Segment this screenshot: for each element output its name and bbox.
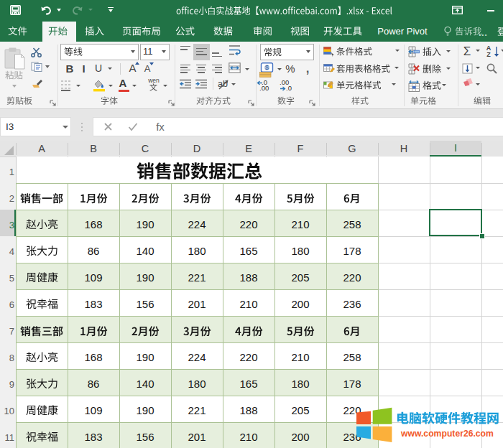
- svg-text:$: $: [265, 64, 269, 71]
